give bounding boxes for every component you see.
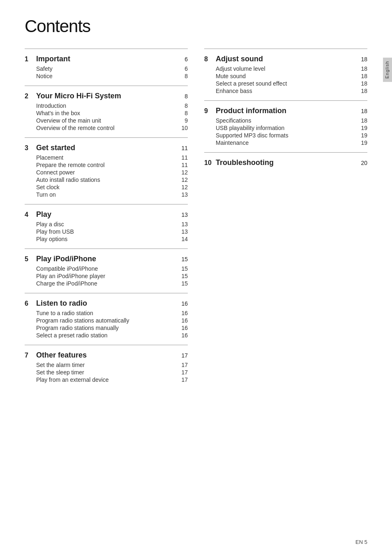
section-title: Important: [36, 55, 174, 63]
toc-item-text: Play a disc: [36, 221, 178, 228]
toc-item-page: 19: [357, 139, 367, 146]
toc-item-page: 16: [178, 332, 188, 339]
section-header: 1Important6: [25, 55, 188, 63]
language-tab: English: [383, 58, 392, 82]
section-page-number: 18: [357, 56, 367, 63]
toc-item: Tune to a radio station16: [25, 309, 188, 317]
section-title: Your Micro Hi-Fi System: [36, 92, 174, 100]
toc-item: What's in the box8: [25, 109, 188, 117]
toc-item-page: 19: [357, 125, 367, 131]
section-8: 8Adjust sound18Adjust volume level18Mute…: [204, 49, 367, 100]
toc-item: Notice8: [25, 72, 188, 80]
toc-item-text: Program radio stations manually: [36, 325, 178, 331]
toc-item-page: 12: [178, 176, 188, 183]
section-page-number: 13: [178, 211, 188, 218]
toc-item-page: 17: [178, 362, 188, 368]
section-title: Play: [36, 210, 174, 219]
toc-item-page: 6: [178, 65, 188, 72]
section-header: 2Your Micro Hi-Fi System8: [25, 92, 188, 100]
toc-item-page: 16: [178, 325, 188, 331]
section-number: 3: [25, 144, 32, 152]
toc-item: Set the sleep timer17: [25, 369, 188, 376]
section-header: 3Get started11: [25, 144, 188, 152]
toc-item-text: Program radio stations automatically: [36, 317, 178, 324]
page: English Contents 1Important6Safety6Notic…: [0, 0, 392, 555]
section-title: Product information: [216, 107, 353, 115]
content-area: 1Important6Safety6Notice82Your Micro Hi-…: [25, 49, 367, 389]
toc-item: Select a preset sound effect18: [204, 80, 367, 87]
section-page-number: 17: [178, 352, 188, 359]
toc-item-text: Set the sleep timer: [36, 369, 178, 376]
toc-item-text: Auto install radio stations: [36, 176, 178, 183]
toc-item: Auto install radio stations12: [25, 176, 188, 183]
section-10: 10Troubleshooting20: [204, 152, 367, 174]
toc-item-page: 16: [178, 317, 188, 324]
section-header: 9Product information18: [204, 107, 367, 115]
section-page-number: 16: [178, 300, 188, 307]
toc-item: Connect power12: [25, 169, 188, 176]
toc-item-text: Placement: [36, 154, 178, 161]
toc-item-page: 19: [357, 132, 367, 139]
toc-item-text: Connect power: [36, 169, 178, 176]
toc-item: Maintenance19: [204, 139, 367, 146]
toc-item-page: 18: [357, 80, 367, 87]
toc-item-page: 13: [178, 228, 188, 235]
toc-item: Program radio stations manually16: [25, 324, 188, 332]
section-6: 6Listen to radio16Tune to a radio statio…: [25, 293, 188, 345]
section-number: 10: [204, 159, 212, 167]
section-page-number: 11: [178, 145, 188, 151]
toc-item-text: Introduction: [36, 102, 178, 109]
toc-item-page: 12: [178, 184, 188, 190]
toc-item-page: 11: [178, 154, 188, 161]
section-number: 5: [25, 255, 32, 263]
toc-item-text: Mute sound: [216, 73, 357, 79]
section-title: Other features: [36, 351, 174, 360]
toc-item: Overview of the remote control10: [25, 124, 188, 132]
toc-item: Placement11: [25, 154, 188, 161]
toc-item: Prepare the remote control11: [25, 161, 188, 169]
toc-item-page: 9: [178, 117, 188, 124]
toc-item-page: 17: [178, 369, 188, 376]
toc-item-page: 8: [178, 102, 188, 109]
toc-item-text: Turn on: [36, 191, 178, 198]
toc-item: Play options14: [25, 235, 188, 243]
toc-item: Charge the iPod/iPhone15: [25, 280, 188, 287]
toc-item: Set the alarm timer17: [25, 361, 188, 369]
toc-item-text: Overview of the main unit: [36, 117, 178, 124]
toc-item: Enhance bass18: [204, 87, 367, 95]
toc-item: Supported MP3 disc formats19: [204, 132, 367, 139]
toc-item-text: Play from an external device: [36, 376, 178, 383]
section-header: 4Play13: [25, 210, 188, 219]
toc-item-text: Select a preset radio station: [36, 332, 178, 339]
toc-item-text: Select a preset sound effect: [216, 80, 357, 87]
section-page-number: 8: [178, 93, 188, 100]
toc-item-text: Prepare the remote control: [36, 162, 178, 168]
toc-item-text: Play options: [36, 236, 178, 242]
toc-item-page: 8: [178, 110, 188, 116]
section-header: 5Play iPod/iPhone15: [25, 255, 188, 263]
toc-item: Set clock12: [25, 183, 188, 191]
toc-item-page: 12: [178, 169, 188, 176]
toc-item: USB playability information19: [204, 124, 367, 132]
toc-item-text: Enhance bass: [216, 88, 357, 94]
toc-item-text: Set the alarm timer: [36, 362, 178, 368]
section-number: 6: [25, 300, 32, 307]
section-header: 6Listen to radio16: [25, 299, 188, 308]
section-1: 1Important6Safety6Notice8: [25, 49, 188, 86]
toc-item-page: 18: [357, 88, 367, 94]
section-5: 5Play iPod/iPhone15Compatible iPod/iPhon…: [25, 248, 188, 293]
section-header: 10Troubleshooting20: [204, 158, 367, 167]
toc-item-text: Play from USB: [36, 228, 178, 235]
toc-item: Play from USB13: [25, 228, 188, 235]
section-header: 8Adjust sound18: [204, 55, 367, 63]
toc-item-page: 18: [357, 117, 367, 124]
toc-item-page: 15: [178, 280, 188, 287]
section-page-number: 18: [357, 108, 367, 114]
page-footer: EN 5: [355, 539, 367, 545]
toc-item: Compatible iPod/iPhone15: [25, 265, 188, 272]
toc-item: Turn on13: [25, 191, 188, 198]
section-number: 9: [204, 107, 212, 115]
toc-item: Play an iPod/iPhone player15: [25, 272, 188, 280]
section-title: Listen to radio: [36, 299, 174, 308]
toc-item-text: Charge the iPod/iPhone: [36, 280, 178, 287]
